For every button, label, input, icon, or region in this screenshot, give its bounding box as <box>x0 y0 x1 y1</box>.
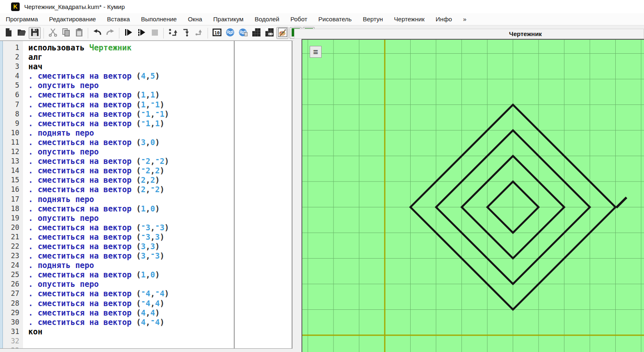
code-text: . сместиться на вектор (1,1) <box>23 90 160 100</box>
code-line[interactable]: 9. сместиться на вектор (-1,1) <box>3 119 291 128</box>
code-line[interactable]: 25. сместиться на вектор (1,0) <box>3 270 291 279</box>
code-lines: 1использовать Чертежник2алг3нач4. смести… <box>3 43 291 349</box>
code-line[interactable]: 14. сместиться на вектор (-2,2) <box>3 166 291 175</box>
drawer-canvas <box>302 40 644 352</box>
menu-item-4[interactable]: Выполнение <box>141 16 177 23</box>
menu-item-6[interactable]: Практикум <box>213 16 244 23</box>
code-line[interactable]: 12. опустить перо <box>3 147 291 157</box>
line-number: 4 <box>3 71 23 81</box>
line-number: 10 <box>3 128 23 138</box>
copy-button[interactable] <box>60 27 72 39</box>
code-line[interactable]: 21. сместиться на вектор (-3,3) <box>3 232 291 242</box>
code-line[interactable]: 29. сместиться на вектор (4,4) <box>3 308 291 318</box>
code-line[interactable]: 16. сместиться на вектор (2,-2) <box>3 185 291 194</box>
code-text: . сместиться на вектор (4,4) <box>23 308 160 318</box>
code-line[interactable]: 8. сместиться на вектор (-1,-1) <box>3 109 291 119</box>
vodoley-tools-button[interactable] <box>237 27 249 39</box>
drawer-menu-button[interactable]: ≡ <box>310 46 322 58</box>
code-text: . сместиться на вектор (2,2) <box>23 175 160 185</box>
cut-button[interactable] <box>47 27 59 39</box>
new-file-button[interactable] <box>2 27 14 39</box>
code-line[interactable]: 33 <box>3 346 291 349</box>
code-line[interactable]: 27. сместиться на вектор (-4,-4) <box>3 289 291 298</box>
code-text: . сместиться на вектор (-2,-2) <box>23 157 169 166</box>
paste-button[interactable] <box>73 27 85 39</box>
risovatel-button[interactable] <box>276 27 288 39</box>
save-button[interactable] <box>29 27 41 39</box>
step-out-icon <box>194 27 204 39</box>
menu-item-11[interactable]: Чертежник <box>394 16 425 23</box>
code-line[interactable]: 7. сместиться на вектор (1,-1) <box>3 100 291 109</box>
robot-icon <box>265 27 274 39</box>
menu-item-9[interactable]: Рисователь <box>318 16 352 23</box>
code-line[interactable]: 3нач <box>3 62 291 71</box>
code-line[interactable]: 5. опустить перо <box>3 81 291 90</box>
menu-item-10[interactable]: Вертун <box>363 16 383 23</box>
menu-item-1[interactable]: Программа <box>6 16 38 23</box>
code-text: . сместиться на вектор (1,0) <box>23 270 160 279</box>
drawer-field: ≡ <box>301 39 644 352</box>
code-line[interactable]: 28. сместиться на вектор (-4,4) <box>3 299 291 308</box>
code-line[interactable]: 2алг <box>3 52 291 62</box>
code-line[interactable]: 4. сместиться на вектор (4,5) <box>3 71 291 81</box>
line-number: 6 <box>3 90 23 100</box>
menu-item-5[interactable]: Окна <box>188 16 202 23</box>
save-icon <box>30 27 40 39</box>
step-over-button[interactable] <box>167 27 178 39</box>
code-line[interactable]: 32 <box>3 336 291 346</box>
line-number: 19 <box>3 213 23 223</box>
toolbar: 10» <box>0 26 294 41</box>
code-line[interactable]: 6. сместиться на вектор (1,1) <box>3 90 291 100</box>
menu-item-2[interactable]: Редактирование <box>49 16 96 23</box>
run-step-icon <box>137 27 146 39</box>
robot-button[interactable] <box>263 27 275 39</box>
code-line[interactable]: 10. поднять перо <box>3 128 291 138</box>
editor-left-strip <box>0 41 3 348</box>
line-number: 2 <box>3 52 23 62</box>
menu-item-7[interactable]: Водолей <box>255 16 279 23</box>
code-line[interactable]: 19. опустить перо <box>3 213 291 223</box>
code-line[interactable]: 31кон <box>3 327 291 336</box>
line-number: 3 <box>3 62 23 71</box>
code-line[interactable]: 1использовать Чертежник <box>3 43 291 52</box>
code-line[interactable]: 13. сместиться на вектор (-2,-2) <box>3 157 291 166</box>
run-step-button[interactable] <box>135 27 147 39</box>
menu-overflow[interactable]: » <box>463 16 466 23</box>
app-logo-icon: K <box>11 2 20 11</box>
line-number: 8 <box>3 109 23 119</box>
code-line[interactable]: 11. сместиться на вектор (3,0) <box>3 138 291 147</box>
code-line[interactable]: 30. сместиться на вектор (4,-4) <box>3 318 291 327</box>
menu-item-8[interactable]: Робот <box>290 16 307 23</box>
step-into-button[interactable] <box>180 27 192 39</box>
menu-item-3[interactable]: Вставка <box>107 16 130 23</box>
code-text: . сместиться на вектор (3,-3) <box>23 251 164 261</box>
code-text: . сместиться на вектор (4,5) <box>23 71 160 81</box>
run-button[interactable] <box>122 27 134 39</box>
line-number: 23 <box>3 251 23 261</box>
code-text <box>23 346 28 349</box>
vodoley-button[interactable] <box>224 27 236 39</box>
code-line[interactable]: 20. сместиться на вектор (-3,-3) <box>3 223 291 232</box>
menu-item-12[interactable]: Инфо <box>436 16 452 23</box>
code-line[interactable]: 18. сместиться на вектор (1,0) <box>3 204 291 213</box>
robot-field-icon <box>251 27 261 39</box>
code-line[interactable]: 22. сместиться на вектор (3,3) <box>3 242 291 251</box>
code-line[interactable]: 17. поднять перо <box>3 195 291 204</box>
redo-button[interactable] <box>104 27 116 39</box>
code-line[interactable]: 15. сместиться на вектор (2,2) <box>3 175 291 185</box>
robot-field-button[interactable] <box>250 27 262 39</box>
code-text: . сместиться на вектор (4,-4) <box>23 318 164 327</box>
console-10-button[interactable]: 10 <box>211 27 223 39</box>
open-folder-button[interactable] <box>16 27 27 39</box>
undo-button[interactable] <box>91 27 103 39</box>
step-out-button[interactable] <box>193 27 205 39</box>
code-line[interactable]: 24. поднять перо <box>3 261 291 270</box>
stop-button[interactable] <box>148 27 160 39</box>
code-editor[interactable]: 1использовать Чертежник2алг3нач4. смести… <box>0 41 292 349</box>
undo-icon <box>92 27 102 39</box>
code-text: кон <box>23 327 42 336</box>
code-line[interactable]: 26. опустить перо <box>3 279 291 289</box>
drawer-panel-title: Чертежник <box>484 30 566 37</box>
line-number: 13 <box>3 157 23 166</box>
code-line[interactable]: 23. сместиться на вектор (3,-3) <box>3 251 291 261</box>
